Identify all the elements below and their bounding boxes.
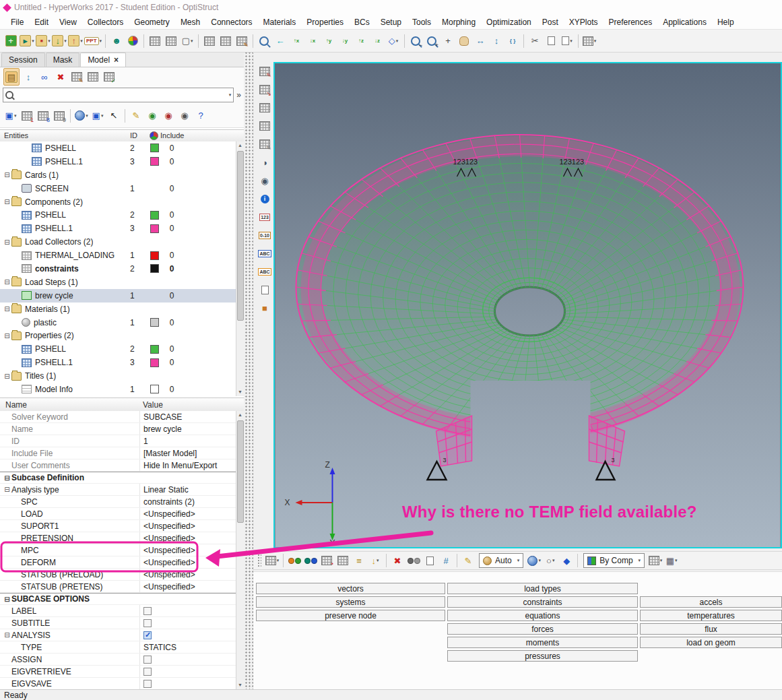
- color-swatch-cell[interactable]: [149, 385, 160, 393]
- tab-session[interactable]: Session: [1, 53, 45, 67]
- view-yz-rear-icon[interactable]: ↓z: [370, 33, 385, 49]
- value-column-label[interactable]: Value: [143, 400, 163, 410]
- browser-view-icon[interactable]: ▤: [3, 68, 20, 86]
- tab-model[interactable]: Model×: [80, 53, 126, 67]
- sort-entities-icon[interactable]: ↕: [21, 69, 36, 85]
- measure-scale-badge[interactable]: 0-10: [257, 227, 272, 243]
- id-visibility-icon[interactable]: 1: [20, 108, 34, 124]
- property-value[interactable]: [139, 678, 236, 689]
- expander-icon[interactable]: ⊟: [3, 631, 11, 639]
- menu-mesh[interactable]: Mesh: [175, 16, 205, 28]
- expander-icon[interactable]: ⊟: [3, 238, 11, 246]
- swap-vertical-icon[interactable]: ↕: [489, 33, 504, 49]
- tree-scroll-thumb[interactable]: [237, 151, 244, 321]
- card-edit-icon[interactable]: ✎: [69, 69, 84, 85]
- copy-icon[interactable]: [544, 33, 558, 49]
- property-value[interactable]: brew cycle: [139, 423, 236, 435]
- unmask-icon[interactable]: [164, 33, 178, 49]
- shaded-mode-icon[interactable]: [257, 118, 272, 134]
- user-profile-icon[interactable]: ☻: [109, 33, 124, 49]
- tree-item-plastic[interactable]: plastic10: [0, 316, 244, 329]
- expander-icon[interactable]: ⊟: [3, 474, 11, 482]
- open-model-icon[interactable]: ▸▾: [20, 33, 34, 49]
- property-row-name[interactable]: Namebrew cycle: [0, 423, 244, 435]
- property-value[interactable]: constraints (2): [139, 496, 236, 507]
- entity-edit-icon[interactable]: ✎: [257, 63, 272, 79]
- property-value[interactable]: [139, 629, 236, 641]
- topology-cube-icon[interactable]: ◆: [559, 552, 574, 569]
- property-row-analysis-type[interactable]: ⊟Analysis typeLinear Static: [0, 484, 244, 496]
- expander-icon[interactable]: ⊟: [3, 486, 11, 493]
- property-value[interactable]: <Unspecified>: [139, 544, 236, 556]
- id-column-label[interactable]: ID: [130, 131, 137, 139]
- panel-button-forces[interactable]: forces: [447, 623, 638, 635]
- label-abc-blue-badge[interactable]: ABC: [257, 245, 272, 261]
- load-steps-icon[interactable]: ≡: [352, 552, 366, 569]
- property-row-include-file[interactable]: Include File[Master Model]: [0, 447, 244, 459]
- node-numbers-badge[interactable]: 123: [257, 209, 272, 225]
- color-swatch-cell[interactable]: [149, 345, 160, 354]
- color-swatch-cell[interactable]: [149, 358, 160, 367]
- organize-icon[interactable]: [86, 69, 100, 85]
- import-loads-icon[interactable]: ↓▾: [368, 552, 383, 569]
- entity-selector2-icon-caret[interactable]: ▾: [101, 113, 104, 119]
- property-row-pretension[interactable]: PRETENSION<Unspecified>: [0, 532, 244, 544]
- property-row-id[interactable]: ID1: [0, 435, 244, 447]
- property-value[interactable]: Linear Static: [139, 484, 236, 495]
- property-row-statsub-preload[interactable]: STATSUB (PRELOAD)<Unspecified>: [0, 569, 244, 581]
- delete-entity-icon[interactable]: ✖: [53, 69, 68, 85]
- property-value[interactable]: [Master Model]: [139, 447, 236, 459]
- tree-item-pshell-1[interactable]: PSHELL.130: [0, 155, 244, 168]
- property-value[interactable]: [139, 654, 236, 665]
- panel-button-vectors[interactable]: vectors: [256, 583, 445, 594]
- checkbox[interactable]: [143, 631, 152, 639]
- property-row-subcase-options[interactable]: ⊟SUBCASE OPTIONS: [0, 593, 244, 605]
- menu-collectors[interactable]: Collectors: [82, 16, 129, 28]
- autocolor-combo[interactable]: Auto ▾: [479, 553, 523, 568]
- spherical-clip-icon[interactable]: ◉: [257, 172, 272, 189]
- notes-icon[interactable]: [257, 282, 272, 298]
- wireframe-geometry-icon-caret[interactable]: ▾: [552, 558, 555, 563]
- property-row-subtitle[interactable]: SUBTITLE: [0, 617, 244, 629]
- color-edit-icon[interactable]: ✎: [129, 108, 143, 124]
- shaded-geometry-icon-caret[interactable]: ▾: [538, 558, 541, 563]
- mesh-style-cube-icon-caret[interactable]: ▾: [660, 558, 663, 563]
- property-value[interactable]: SUBCASE: [139, 411, 236, 422]
- pointer-icon[interactable]: ↖: [106, 108, 121, 124]
- panel-splitter[interactable]: [244, 53, 253, 689]
- panel-button-pressures[interactable]: pressures: [447, 650, 638, 662]
- view-xy-top-icon[interactable]: ↑x: [289, 33, 304, 49]
- hide-icon[interactable]: ◉: [161, 108, 176, 124]
- swap-horizontal-icon[interactable]: ↔: [473, 33, 488, 49]
- entity-selector-icon-caret[interactable]: ▾: [14, 113, 17, 119]
- tree-item-load-collectors-2[interactable]: ⊟Load Collectors (2): [0, 235, 244, 249]
- property-value[interactable]: [139, 617, 236, 629]
- new-session-icon[interactable]: +: [3, 33, 18, 49]
- save-model-icon[interactable]: ▪▾: [36, 33, 51, 49]
- capture-screen-icon[interactable]: ▾: [582, 33, 597, 49]
- property-value[interactable]: 1: [139, 435, 236, 447]
- wireframe-mode-icon[interactable]: [257, 100, 272, 116]
- cut-icon[interactable]: ✂: [527, 33, 542, 49]
- shaded-quad-icon[interactable]: ■: [257, 300, 272, 316]
- color-swatch-cell[interactable]: [149, 144, 160, 152]
- color-mode-icon[interactable]: ✎: [461, 552, 476, 569]
- mask-panel-icon-caret[interactable]: ▾: [191, 38, 193, 44]
- panel-selector-icon[interactable]: ▾: [265, 552, 280, 569]
- paste-icon[interactable]: ▾: [560, 33, 575, 49]
- properties-scrollbar[interactable]: ▲ ▼: [236, 411, 244, 689]
- model-viewport[interactable]: 3 3 123123 123123 Z X Y Why is there no …: [273, 62, 782, 548]
- entities-column-label[interactable]: Entities: [4, 131, 28, 139]
- panel-button-flux[interactable]: flux: [640, 623, 782, 635]
- info-icon[interactable]: i: [257, 191, 272, 207]
- property-row-eigvretrieve[interactable]: EIGVRETRIEVE: [0, 666, 244, 678]
- id-visibility3-icon[interactable]: 9: [52, 108, 67, 124]
- color-swatch-cell[interactable]: [149, 157, 160, 166]
- tree-item-properties-2[interactable]: ⊟Properties (2): [0, 329, 244, 342]
- include-column-label[interactable]: Include: [160, 131, 184, 139]
- checkbox[interactable]: [143, 668, 152, 676]
- color-column-header[interactable]: [150, 131, 158, 141]
- property-value[interactable]: <Unspecified>: [139, 569, 236, 580]
- iso-view-icon[interactable]: ◇▾: [386, 33, 401, 49]
- props-scroll-thumb[interactable]: [237, 420, 244, 523]
